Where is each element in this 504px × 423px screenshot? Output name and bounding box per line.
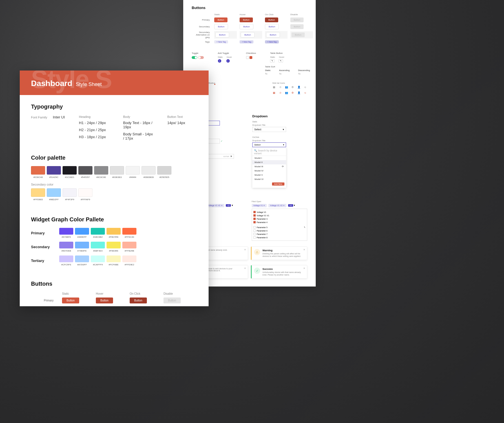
dropdown-option[interactable]: Model III ⟳ [252,164,286,169]
chevron-down-icon[interactable]: ▾ [294,204,295,207]
graph-palette-section: Widget Graph Color Pallete Primary#674BF… [20,208,209,272]
chevron-down-icon: ▾ [283,128,284,131]
buttons-section-main: Buttons Static Hover On Click Disable Pr… [20,272,209,306]
buttons-heading: Buttons [192,6,307,10]
dropdown-static[interactable]: Select ▾ [252,127,286,132]
chevron-down-icon: ▾ [283,144,284,146]
add-toggle-static[interactable]: + [218,59,221,63]
graph-swatch: #F8E856 [107,242,121,252]
buttons-spec-table: Static Hover On Click Disable Primary Bu… [192,13,307,43]
filter-chip[interactable]: Voltage V1 ✕ [252,204,267,207]
filter-more-badge[interactable]: +2 [226,204,231,207]
graph-swatch: #FBC556 [107,228,121,238]
toggle-off[interactable] [198,56,204,59]
checkbox-block: Checkbox [246,52,256,63]
color-swatch: #f4f4f4 [126,166,140,179]
graph-row-label: Secondary [31,245,54,249]
secondary-button-static[interactable]: Button [214,24,228,29]
primary-button-disabled: Button [163,298,181,303]
add-toggle-hover[interactable]: + [226,59,230,63]
graph-swatch: #CFC5FE [59,255,73,266]
toggle-on[interactable] [192,56,197,59]
color-palette-section: Color palette #E36C48#51429C#1C1B21#5453… [20,146,209,208]
graph-row-label: Tertiary [31,259,54,263]
page-subtitle: Style Sheet [76,81,102,87]
cursor-icon: ↖ [304,226,306,228]
secondary-button-disabled: Button [290,24,304,29]
primary-button-click[interactable]: Button [130,298,147,303]
graph-swatch: #FFE9E2 [122,255,136,266]
tag-click[interactable]: + New Tag [265,40,279,43]
device-icon: ⎚ [278,85,282,89]
dropdown-search[interactable]: 🔍 Search by device variant [252,148,286,156]
search-icon: 🔍 [254,149,257,152]
profile-icon: 👤 [297,85,300,89]
spinner-icon: ⟳ [282,165,284,168]
table-edit-static-icon[interactable]: ✎ [270,59,275,63]
graph-swatch: #6BF4E4 [91,242,105,252]
primary-button-static[interactable]: Button [214,17,227,22]
table-edit-hover-icon[interactable]: ✎ [278,59,283,63]
dropdown-option[interactable]: Model IV [252,169,286,173]
primary-button-hover[interactable]: Button [96,298,113,303]
secondary-alt-hover[interactable]: Button [241,32,255,38]
primary-button-static[interactable]: Button [62,298,79,303]
dropdown-option[interactable]: Model II [252,160,286,164]
font-family-value: Inter UI [53,115,65,119]
tag-hover[interactable]: + New Tag [240,40,253,43]
gear-icon: ⚙ [291,85,294,89]
logout-icon: ⎋ [303,85,307,89]
secondary-alt-static[interactable]: Button [215,32,229,38]
success-icon: ✓ [254,268,260,274]
filter-chip[interactable]: Voltage V1 V2 ✕ [268,204,286,207]
gear-active-icon: ⚙ [291,91,294,94]
warning-notification: ⚠ Warning Deleting this param setting wi… [251,246,307,260]
color-swatch: #E0E0E0 [110,166,124,179]
primary-button-click[interactable]: Button [265,17,278,22]
table-sort-block: Table Sort StaticTo AscendingTo Descendi… [265,65,307,75]
device-active-icon: ⎚ [278,91,282,94]
tag-static[interactable]: + New Tag [214,40,228,43]
graph-swatch: #FCF6BE [107,255,121,266]
chevron-down-icon[interactable]: ▾ [232,204,233,207]
dropdown-menu: 🔍 Search by device variant Model I Model… [252,147,286,188]
color-swatch: #E36C48 [31,166,45,179]
check-icon: ✓ [221,140,223,142]
checkbox-checked[interactable] [249,56,252,59]
secondary-alt-click[interactable]: Button [266,32,280,38]
warning-icon: ⚠ [254,249,260,255]
color-swatch: #FFD883 [31,188,45,201]
secondary-button-click[interactable]: Button [265,24,279,29]
color-swatch: #FFFAF9 [78,188,92,201]
sidebar-icons-grid: ▦ ⎚ 👥 ⚙ 👤 ⎋ ▦ ⎚ 👥 ⚙ 👤 ⎋ [272,85,307,94]
close-icon[interactable]: ✕ [244,248,246,251]
graph-row-label: Primary [31,231,54,235]
graph-swatch: #1BC6B2 [91,228,105,238]
page-title: Dashboard [31,79,72,88]
filter-chip[interactable]: Voltage V1 V2 ✕ [206,204,224,207]
main-style-sheet: Dashboard Style Sheet Typography Font Fa… [20,70,209,306]
dropdown-option[interactable]: Model I [252,156,286,160]
close-icon[interactable]: ✕ [303,248,305,251]
checkbox-unchecked[interactable] [246,56,249,59]
color-swatch: #1C1B21 [63,166,77,179]
typography-section: Typography Font Family Inter UI Heading … [20,95,209,146]
graph-swatch: #674BF0 [59,228,73,238]
dropdown-option[interactable]: Model VI [252,177,286,181]
clear-search-icon[interactable]: ✕ [230,155,232,158]
primary-button-hover[interactable]: Button [240,17,253,22]
secondary-button-hover[interactable]: Button [240,24,253,29]
graph-swatch: #74B4FE [75,242,89,252]
add-new-button[interactable]: Add New [272,182,284,186]
filter-more-badge[interactable]: +2 [288,204,293,207]
close-icon[interactable]: ✕ [244,267,246,270]
graph-swatch: #CAFFF9 [91,255,105,266]
dropdown-option[interactable]: Model V [252,173,286,177]
secondary-alt-disabled: Button [291,32,305,37]
color-swatch: #D5D5D5 [157,166,171,179]
header-banner: Dashboard Style Sheet [20,70,209,95]
table-button-block: Table Button Static Hover ✎ ✎ [270,52,284,63]
filter-open-block: Filed Open Voltage V1 ✕ Voltage V1 V2 ✕ … [252,201,308,241]
close-icon[interactable]: ✕ [303,267,305,270]
dropdown-open[interactable]: Select▾ [252,142,286,147]
